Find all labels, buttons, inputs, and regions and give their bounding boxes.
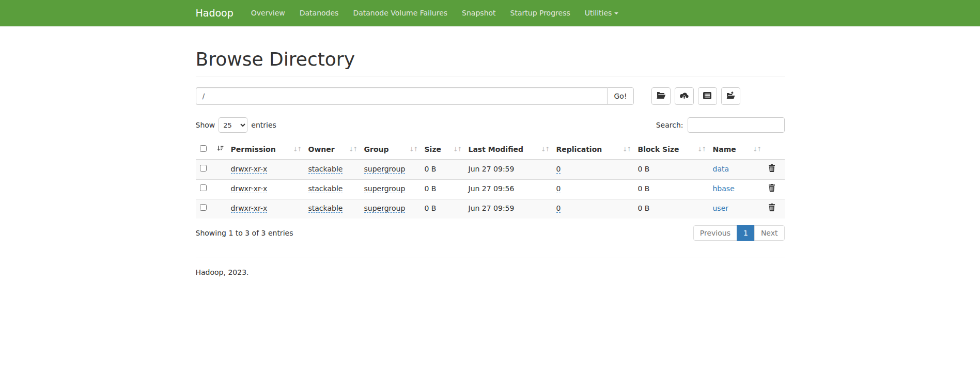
pagination-next[interactable]: Next: [755, 225, 785, 241]
table-footer-controls: Showing 1 to 3 of 3 entries Previous 1 N…: [196, 225, 785, 241]
directory-link[interactable]: user: [713, 204, 729, 212]
table-header-row: Permission↓↑ Owner↓↑ Group↓↑ Size↓↑ Last…: [196, 141, 785, 160]
directory-link[interactable]: data: [713, 165, 729, 173]
header-owner[interactable]: Owner↓↑: [304, 141, 360, 160]
footer-divider: [196, 257, 785, 257]
nav-item-utilities-dropdown[interactable]: Utilities: [578, 1, 626, 25]
last-modified-value: Jun 27 09:59: [469, 165, 515, 173]
table-row: drwxr-xr-x stackable supergroup 0 B Jun …: [196, 160, 785, 179]
main-content: Browse Directory Go!: [188, 49, 792, 276]
header-size[interactable]: Size↓↑: [421, 141, 464, 160]
block-size-value: 0 B: [638, 184, 650, 193]
header-actions: [764, 141, 785, 160]
list-alt-icon: [703, 92, 711, 101]
select-all-header[interactable]: [196, 141, 227, 160]
utilities-label: Utilities: [585, 9, 612, 17]
header-group[interactable]: Group↓↑: [360, 141, 421, 160]
directory-table: Permission↓↑ Owner↓↑ Group↓↑ Size↓↑ Last…: [196, 141, 785, 219]
owner-editable[interactable]: stackable: [308, 165, 343, 174]
sort-both-icon: ↓↑: [409, 145, 417, 154]
trash-icon: [768, 166, 775, 174]
search-label: Search:: [656, 121, 683, 129]
row-checkbox[interactable]: [200, 184, 207, 191]
replication-editable[interactable]: 0: [556, 184, 561, 193]
directory-input-group: Go!: [196, 87, 634, 105]
set-quota-button[interactable]: [698, 87, 717, 105]
table-row: drwxr-xr-x stackable supergroup 0 B Jun …: [196, 199, 785, 218]
size-value: 0 B: [425, 165, 437, 173]
sort-both-icon: ↓↑: [540, 145, 549, 154]
nav-item-overview[interactable]: Overview: [244, 1, 292, 25]
cloud-upload-icon: [679, 92, 689, 101]
nav-links: Overview Datanodes Datanode Volume Failu…: [244, 1, 626, 25]
row-checkbox[interactable]: [200, 204, 207, 211]
table-row: drwxr-xr-x stackable supergroup 0 B Jun …: [196, 179, 785, 199]
brand-hadoop[interactable]: Hadoop: [196, 7, 234, 19]
divider: [196, 76, 785, 76]
entries-label: entries: [251, 121, 276, 129]
go-button[interactable]: Go!: [607, 87, 633, 105]
header-permission[interactable]: Permission↓↑: [227, 141, 304, 160]
size-value: 0 B: [425, 184, 437, 193]
header-replication[interactable]: Replication↓↑: [552, 141, 634, 160]
permission-editable[interactable]: drwxr-xr-x: [231, 184, 268, 193]
table-controls: Show 25 entries Search:: [196, 117, 785, 133]
explorer-toolbar: [651, 87, 740, 105]
pagination: Previous 1 Next: [693, 225, 785, 241]
folder-open-icon: [656, 91, 666, 101]
cut-paste-button[interactable]: [721, 87, 740, 105]
nav-item-datanode-volume-failures[interactable]: Datanode Volume Failures: [346, 1, 455, 25]
header-last-modified[interactable]: Last Modified↓↑: [464, 141, 552, 160]
table-search-control: Search:: [656, 117, 785, 133]
replication-editable[interactable]: 0: [556, 165, 561, 174]
trash-icon: [768, 185, 775, 193]
delete-button[interactable]: [768, 184, 775, 192]
group-editable[interactable]: supergroup: [364, 184, 406, 193]
sort-both-icon: ↓↑: [453, 145, 461, 154]
nav-item-datanodes[interactable]: Datanodes: [292, 1, 346, 25]
permission-editable[interactable]: drwxr-xr-x: [231, 165, 268, 174]
create-directory-button[interactable]: [651, 87, 671, 105]
select-all-checkbox[interactable]: [200, 145, 207, 152]
row-checkbox[interactable]: [200, 165, 207, 172]
sort-both-icon: ↓↑: [622, 145, 630, 154]
replication-editable[interactable]: 0: [556, 204, 561, 213]
header-name[interactable]: Name↓↑: [709, 141, 764, 160]
path-bar: Go!: [196, 87, 785, 105]
nav-item-snapshot[interactable]: Snapshot: [455, 1, 503, 25]
sort-both-icon: ↓↑: [752, 145, 760, 154]
caret-down-icon: [614, 12, 618, 14]
page-length-select[interactable]: 25: [219, 117, 247, 133]
search-input[interactable]: [688, 117, 785, 133]
group-editable[interactable]: supergroup: [364, 165, 406, 174]
sort-by-attributes-icon: [217, 145, 224, 155]
pagination-previous[interactable]: Previous: [693, 225, 737, 241]
group-editable[interactable]: supergroup: [364, 204, 406, 213]
upload-files-button[interactable]: [675, 87, 694, 105]
directory-link[interactable]: hbase: [713, 184, 735, 193]
header-block-size[interactable]: Block Size↓↑: [634, 141, 709, 160]
nav-item-startup-progress[interactable]: Startup Progress: [503, 1, 578, 25]
sort-both-icon: ↓↑: [348, 145, 356, 154]
trash-icon: [768, 205, 775, 213]
owner-editable[interactable]: stackable: [308, 204, 343, 213]
delete-button[interactable]: [768, 204, 775, 211]
pagination-page-1[interactable]: 1: [737, 225, 755, 241]
last-modified-value: Jun 27 09:56: [469, 184, 515, 193]
page-length-control: Show 25 entries: [196, 117, 276, 133]
permission-editable[interactable]: drwxr-xr-x: [231, 204, 268, 213]
folder-transfer-icon: [726, 91, 736, 101]
page-title: Browse Directory: [196, 49, 785, 70]
block-size-value: 0 B: [638, 165, 650, 173]
owner-editable[interactable]: stackable: [308, 184, 343, 193]
top-navbar: Hadoop Overview Datanodes Datanode Volum…: [0, 0, 980, 26]
footer-text: Hadoop, 2023.: [196, 268, 785, 276]
show-label: Show: [196, 121, 215, 129]
directory-path-input[interactable]: [196, 87, 608, 105]
block-size-value: 0 B: [638, 204, 650, 212]
delete-button[interactable]: [768, 164, 775, 172]
size-value: 0 B: [425, 204, 437, 212]
sort-both-icon: ↓↑: [292, 145, 301, 154]
table-info: Showing 1 to 3 of 3 entries: [196, 229, 293, 237]
sort-both-icon: ↓↑: [697, 145, 705, 154]
